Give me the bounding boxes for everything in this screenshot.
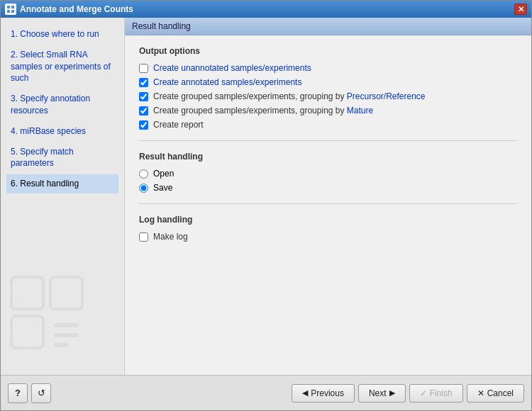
main-content: Result handling Output options Create un… bbox=[125, 18, 531, 375]
radio-open-label: Open bbox=[153, 169, 174, 179]
divider-1 bbox=[139, 140, 517, 141]
result-handling-title: Result handling bbox=[139, 152, 517, 162]
svg-rect-9 bbox=[54, 343, 68, 347]
finish-icon: ✓ bbox=[420, 388, 427, 398]
checkbox-create-annotated-input[interactable] bbox=[139, 78, 148, 87]
checkbox-make-log-label: Make log bbox=[153, 232, 188, 242]
sidebar-item-select-small-rna[interactable]: 2. Select Small RNA samples or experimen… bbox=[6, 45, 118, 88]
title-bar: Annotate and Merge Counts ✕ bbox=[1, 1, 531, 18]
checkbox-create-annotated-label: Create annotated samples/experiments bbox=[153, 77, 301, 87]
radio-save-input[interactable] bbox=[139, 184, 148, 193]
refresh-button[interactable]: ↺ bbox=[31, 383, 51, 403]
main-scroll-area: Output options Create unannotated sample… bbox=[125, 35, 531, 375]
checkbox-create-report[interactable]: Create report bbox=[139, 120, 517, 130]
checkbox-create-grouped-mature[interactable]: Create grouped samples/experiments, grou… bbox=[139, 106, 517, 116]
footer-left: ? ↺ bbox=[8, 383, 51, 403]
cancel-button[interactable]: ✕ Cancel bbox=[467, 384, 524, 402]
next-button[interactable]: Next ▶ bbox=[358, 384, 406, 402]
previous-button[interactable]: ◀ Previous bbox=[292, 384, 355, 402]
radio-open[interactable]: Open bbox=[139, 169, 517, 179]
svg-rect-7 bbox=[54, 323, 79, 327]
radio-open-input[interactable] bbox=[139, 169, 148, 179]
log-handling-title: Log handling bbox=[139, 215, 517, 225]
help-button[interactable]: ? bbox=[8, 383, 28, 403]
checkbox-create-grouped-mature-input[interactable] bbox=[139, 106, 148, 116]
app-icon bbox=[5, 4, 16, 15]
finish-button[interactable]: ✓ Finish bbox=[409, 384, 463, 402]
footer-right: ◀ Previous Next ▶ ✓ Finish ✕ Cancel bbox=[292, 384, 524, 402]
svg-rect-6 bbox=[11, 316, 43, 348]
next-label: Next bbox=[369, 388, 387, 398]
radio-save-label: Save bbox=[153, 183, 172, 193]
radio-save[interactable]: Save bbox=[139, 183, 517, 193]
close-button[interactable]: ✕ bbox=[514, 4, 527, 15]
next-icon: ▶ bbox=[389, 388, 395, 398]
section-header: Result handling bbox=[125, 18, 531, 35]
svg-rect-1 bbox=[11, 6, 14, 9]
sidebar-item-choose-where[interactable]: 1. Choose where to run bbox=[6, 25, 118, 44]
cancel-label: Cancel bbox=[487, 388, 514, 398]
finish-label: Finish bbox=[430, 388, 453, 398]
checkbox-make-log-input[interactable] bbox=[139, 232, 148, 242]
svg-rect-4 bbox=[11, 277, 43, 309]
svg-rect-3 bbox=[11, 10, 14, 13]
footer: ? ↺ ◀ Previous Next ▶ ✓ Finish ✕ Cancel bbox=[1, 375, 531, 410]
checkbox-create-grouped-precursor-input[interactable] bbox=[139, 92, 148, 101]
cancel-icon: ✕ bbox=[477, 388, 484, 398]
previous-label: Previous bbox=[311, 388, 344, 398]
sidebar-item-specify-match[interactable]: 5. Specify match parameters bbox=[6, 142, 118, 174]
checkbox-create-grouped-precursor[interactable]: Create grouped samples/experiments, grou… bbox=[139, 91, 517, 101]
checkbox-make-log[interactable]: Make log bbox=[139, 232, 517, 242]
content-area: 1. Choose where to run2. Select Small RN… bbox=[1, 18, 531, 375]
main-window: Annotate and Merge Counts ✕ 1. Choose wh… bbox=[0, 0, 532, 411]
checkbox-create-grouped-mature-label: Create grouped samples/experiments, grou… bbox=[153, 106, 373, 116]
svg-rect-5 bbox=[50, 277, 82, 309]
svg-rect-8 bbox=[54, 333, 79, 337]
svg-rect-2 bbox=[7, 10, 10, 13]
checkbox-create-report-label: Create report bbox=[153, 120, 204, 130]
checkbox-create-unannotated-label: Create unannotated samples/experiments bbox=[153, 63, 311, 73]
divider-2 bbox=[139, 203, 517, 204]
sidebar-item-result-handling[interactable]: 6. Result handling bbox=[6, 174, 118, 193]
checkbox-create-unannotated[interactable]: Create unannotated samples/experiments bbox=[139, 63, 517, 73]
sidebar-item-specify-annotation[interactable]: 3. Specify annotation resources bbox=[6, 89, 118, 120]
checkbox-create-unannotated-input[interactable] bbox=[139, 64, 148, 73]
checkbox-create-annotated[interactable]: Create annotated samples/experiments bbox=[139, 77, 517, 87]
output-options-title: Output options bbox=[139, 46, 517, 56]
previous-icon: ◀ bbox=[302, 388, 308, 398]
checkbox-create-report-input[interactable] bbox=[139, 120, 148, 130]
checkbox-create-grouped-precursor-label: Create grouped samples/experiments, grou… bbox=[153, 91, 426, 101]
svg-rect-0 bbox=[7, 6, 10, 9]
sidebar: 1. Choose where to run2. Select Small RN… bbox=[1, 18, 125, 375]
decorative-background-icon bbox=[8, 274, 93, 361]
window-title: Annotate and Merge Counts bbox=[20, 4, 514, 14]
sidebar-item-mirbase-species[interactable]: 4. miRBase species bbox=[6, 122, 118, 141]
